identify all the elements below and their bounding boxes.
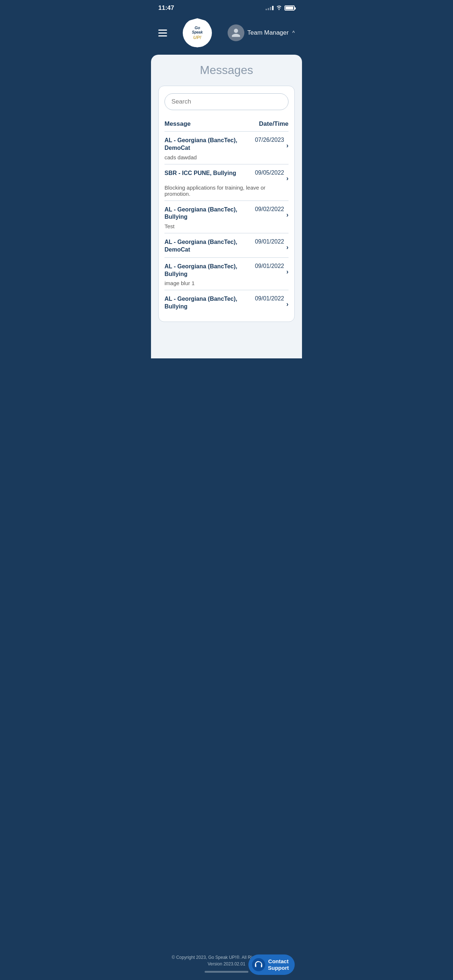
message-row[interactable]: SBR - ICC PUNE, Bullying 09/05/2022 › Bl… (164, 164, 289, 201)
message-subject: AL - Georgiana (BancTec), DemoCat (164, 239, 248, 254)
chevron-right-icon: › (286, 243, 289, 251)
wifi-icon (276, 5, 282, 11)
signal-icon (266, 6, 274, 10)
chevron-right-icon: › (286, 301, 289, 308)
message-subject: AL - Georgiana (BancTec), Bullying (164, 206, 248, 221)
message-row[interactable]: AL - Georgiana (BancTec), DemoCat 09/01/… (164, 233, 289, 258)
chevron-right-icon: › (286, 175, 289, 182)
message-date: 09/01/2022 (255, 263, 284, 269)
message-preview: cads dawdad (164, 154, 289, 161)
message-row[interactable]: AL - Georgiana (BancTec), Bullying 09/02… (164, 201, 289, 234)
chevron-right-icon: › (286, 142, 289, 150)
message-preview: Blocking applications for training, leav… (164, 185, 289, 197)
status-icons (266, 5, 295, 11)
message-row[interactable]: AL - Georgiana (BancTec), DemoCat 07/26/… (164, 132, 289, 164)
user-profile[interactable]: Team Manager ^ (228, 24, 295, 41)
app-logo: Go Speak UP! (183, 18, 212, 48)
user-name-label: Team Manager (247, 29, 289, 37)
main-content: Messages Message Date/Time AL - Georgian… (151, 55, 302, 358)
hamburger-menu[interactable] (158, 30, 167, 37)
chevron-right-icon: › (286, 211, 289, 219)
message-preview: image blur 1 (164, 280, 289, 286)
avatar (228, 24, 244, 41)
message-subject: AL - Georgiana (BancTec), Bullying (164, 295, 248, 310)
status-time: 11:47 (158, 5, 174, 12)
person-icon (231, 28, 241, 38)
message-date: 09/05/2022 (255, 170, 284, 176)
message-subject: AL - Georgiana (BancTec), DemoCat (164, 137, 248, 152)
chevron-right-icon: › (286, 268, 289, 275)
message-row[interactable]: AL - Georgiana (BancTec), Bullying 09/01… (164, 290, 289, 314)
search-container (164, 93, 289, 110)
header: Go Speak UP! Team Manager ^ (151, 14, 302, 55)
table-header: Message Date/Time (164, 118, 289, 132)
messages-card: Message Date/Time AL - Georgiana (BancTe… (158, 86, 295, 322)
search-input[interactable] (164, 93, 289, 110)
battery-icon (284, 5, 295, 11)
chevron-down-icon: ^ (292, 30, 295, 36)
page-title: Messages (158, 64, 295, 77)
col-datetime-header: Date/Time (259, 120, 289, 127)
message-subject: AL - Georgiana (BancTec), Bullying (164, 263, 248, 278)
message-date: 07/26/2023 (255, 137, 284, 143)
col-message-header: Message (164, 120, 191, 127)
message-date: 09/02/2022 (255, 206, 284, 213)
message-row[interactable]: AL - Georgiana (BancTec), Bullying 09/01… (164, 258, 289, 291)
message-subject: SBR - ICC PUNE, Bullying (164, 170, 248, 177)
message-preview: Test (164, 223, 289, 229)
message-date: 09/01/2022 (255, 295, 284, 302)
message-list: AL - Georgiana (BancTec), DemoCat 07/26/… (164, 132, 289, 314)
message-date: 09/01/2022 (255, 239, 284, 245)
status-bar: 11:47 (151, 0, 302, 14)
